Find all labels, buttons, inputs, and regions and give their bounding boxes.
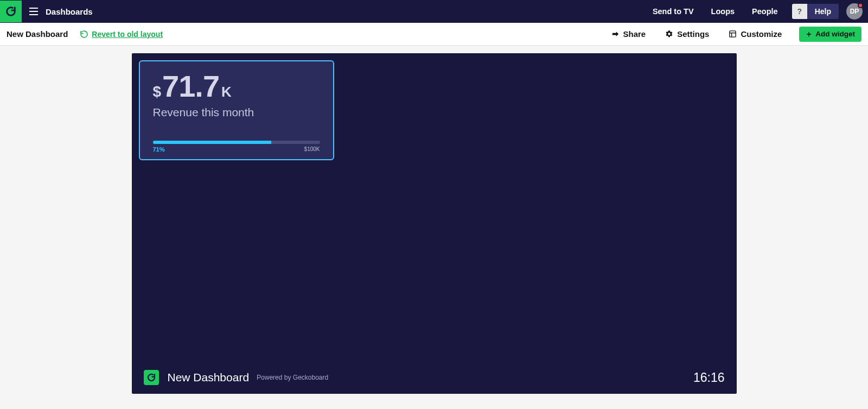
widget-value: $ 71.7 K: [153, 71, 320, 102]
clock: 16:16: [693, 370, 725, 385]
settings-button[interactable]: Settings: [665, 29, 709, 39]
footer-logo-icon: [144, 370, 159, 385]
help-button[interactable]: Help: [807, 4, 839, 19]
nav-loops[interactable]: Loops: [711, 7, 735, 16]
value-number: 71.7: [162, 71, 219, 102]
toolbar: New Dashboard Revert to old layout Share…: [0, 23, 868, 46]
currency-symbol: $: [153, 83, 162, 100]
powered-by-label: Powered by Geckoboard: [257, 374, 328, 381]
dashboard-canvas[interactable]: $ 71.7 K Revenue this month 71% $100K: [132, 53, 737, 394]
settings-label: Settings: [677, 29, 709, 39]
breadcrumb[interactable]: Dashboards: [46, 7, 93, 16]
nav-people[interactable]: People: [752, 7, 778, 16]
stage: $ 71.7 K Revenue this month 71% $100K: [0, 46, 868, 394]
history-icon: [80, 30, 88, 39]
top-nav: Dashboards Send to TV Loops People ? Hel…: [0, 0, 868, 23]
share-label: Share: [623, 29, 646, 39]
menu-icon[interactable]: [29, 6, 40, 17]
notification-dot-icon: [858, 3, 863, 8]
widget-label: Revenue this month: [153, 106, 320, 119]
add-widget-label: Add widget: [815, 30, 855, 38]
svg-rect-0: [730, 31, 736, 37]
nav-send-to-tv[interactable]: Send to TV: [653, 7, 694, 16]
help-group: ? Help: [792, 4, 839, 19]
footer-dashboard-title: New Dashboard: [168, 371, 250, 384]
help-question-icon[interactable]: ?: [792, 4, 807, 19]
canvas-footer: New Dashboard Powered by Geckoboard 16:1…: [144, 370, 725, 385]
revert-link[interactable]: Revert to old layout: [80, 30, 163, 39]
customize-button[interactable]: Customize: [729, 29, 782, 39]
share-icon: [611, 30, 620, 38]
revert-label: Revert to old layout: [92, 30, 163, 39]
plus-icon: [806, 31, 812, 37]
layout-icon: [729, 30, 737, 38]
value-suffix: K: [221, 84, 232, 100]
avatar-initials: DP: [850, 8, 859, 15]
progress-goal-label: $100K: [304, 146, 320, 153]
progress-bar: 71% $100K: [153, 141, 320, 153]
progress-fill: [153, 141, 272, 144]
add-widget-button[interactable]: Add widget: [799, 27, 861, 42]
gear-icon: [665, 30, 673, 38]
progress-track: [153, 141, 320, 144]
share-button[interactable]: Share: [611, 29, 646, 39]
progress-percent-label: 71%: [153, 146, 165, 153]
brand-logo[interactable]: [0, 1, 22, 22]
revenue-widget[interactable]: $ 71.7 K Revenue this month 71% $100K: [139, 60, 334, 160]
page-title: New Dashboard: [7, 29, 68, 39]
customize-label: Customize: [741, 29, 782, 39]
avatar[interactable]: DP: [846, 3, 863, 20]
